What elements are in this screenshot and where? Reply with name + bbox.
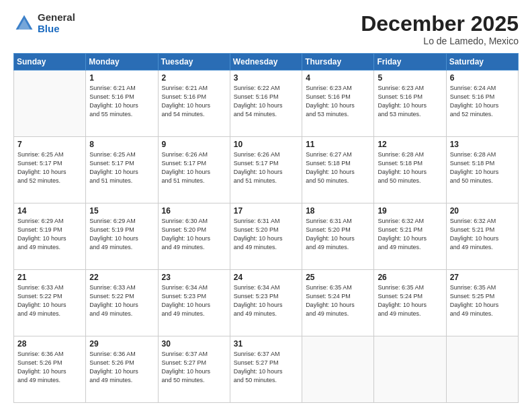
calendar-cell: 24Sunrise: 6:34 AM Sunset: 5:23 PM Dayli… [230,270,302,336]
day-info: Sunrise: 6:27 AM Sunset: 5:18 PM Dayligh… [306,150,370,185]
calendar-cell [14,71,86,137]
logo-icon [13,13,35,34]
day-info: Sunrise: 6:23 AM Sunset: 5:16 PM Dayligh… [306,84,370,119]
day-number: 12 [378,140,442,149]
day-number: 26 [378,273,442,282]
calendar-week-2: 14Sunrise: 6:29 AM Sunset: 5:19 PM Dayli… [14,203,519,270]
weekday-header-friday: Friday [374,54,446,71]
day-number: 30 [162,339,226,349]
day-number: 27 [450,273,515,282]
day-number: 24 [234,273,298,282]
day-number: 6 [450,73,515,83]
day-number: 22 [89,273,154,282]
day-number: 2 [162,73,226,83]
logo: General Blue [13,12,75,34]
day-number: 29 [89,339,154,349]
calendar-table: SundayMondayTuesdayWednesdayThursdayFrid… [13,53,519,403]
day-info: Sunrise: 6:23 AM Sunset: 5:16 PM Dayligh… [378,84,442,119]
day-number: 21 [17,273,82,282]
calendar-cell: 26Sunrise: 6:35 AM Sunset: 5:24 PM Dayli… [374,270,446,336]
location: Lo de Lamedo, Mexico [361,36,519,46]
day-info: Sunrise: 6:22 AM Sunset: 5:16 PM Dayligh… [234,84,298,119]
logo-general: General [38,12,75,24]
day-number: 25 [306,273,370,282]
calendar-cell: 9Sunrise: 6:26 AM Sunset: 5:17 PM Daylig… [158,137,230,203]
calendar-cell: 18Sunrise: 6:31 AM Sunset: 5:20 PM Dayli… [302,203,374,270]
calendar-cell: 12Sunrise: 6:28 AM Sunset: 5:18 PM Dayli… [374,137,446,203]
calendar-cell: 6Sunrise: 6:24 AM Sunset: 5:16 PM Daylig… [446,71,518,137]
calendar-header-row: SundayMondayTuesdayWednesdayThursdayFrid… [14,54,519,71]
day-number: 13 [450,140,515,149]
header: General Blue December 2025 Lo de Lamedo,… [13,12,519,46]
calendar-cell: 10Sunrise: 6:26 AM Sunset: 5:17 PM Dayli… [230,137,302,203]
day-info: Sunrise: 6:34 AM Sunset: 5:23 PM Dayligh… [234,283,298,318]
day-number: 7 [17,140,82,149]
calendar-cell: 13Sunrise: 6:28 AM Sunset: 5:18 PM Dayli… [446,137,518,203]
calendar-cell: 15Sunrise: 6:29 AM Sunset: 5:19 PM Dayli… [86,203,158,270]
calendar-cell: 28Sunrise: 6:36 AM Sunset: 5:26 PM Dayli… [14,336,86,403]
day-number: 5 [378,73,442,83]
weekday-header-sunday: Sunday [14,54,86,71]
day-info: Sunrise: 6:26 AM Sunset: 5:17 PM Dayligh… [162,150,226,185]
calendar-cell: 2Sunrise: 6:21 AM Sunset: 5:16 PM Daylig… [158,71,230,137]
day-info: Sunrise: 6:37 AM Sunset: 5:27 PM Dayligh… [234,350,298,385]
calendar-cell: 19Sunrise: 6:32 AM Sunset: 5:21 PM Dayli… [374,203,446,270]
day-number: 18 [306,206,370,216]
calendar-cell: 27Sunrise: 6:35 AM Sunset: 5:25 PM Dayli… [446,270,518,336]
day-info: Sunrise: 6:36 AM Sunset: 5:26 PM Dayligh… [89,350,154,385]
day-info: Sunrise: 6:32 AM Sunset: 5:21 PM Dayligh… [450,217,515,252]
calendar-week-0: 1Sunrise: 6:21 AM Sunset: 5:16 PM Daylig… [14,71,519,137]
calendar-cell: 29Sunrise: 6:36 AM Sunset: 5:26 PM Dayli… [86,336,158,403]
weekday-header-monday: Monday [86,54,158,71]
day-info: Sunrise: 6:33 AM Sunset: 5:22 PM Dayligh… [17,283,82,318]
day-number: 15 [89,206,154,216]
calendar-cell: 21Sunrise: 6:33 AM Sunset: 5:22 PM Dayli… [14,270,86,336]
day-info: Sunrise: 6:33 AM Sunset: 5:22 PM Dayligh… [89,283,154,318]
calendar-cell: 20Sunrise: 6:32 AM Sunset: 5:21 PM Dayli… [446,203,518,270]
day-info: Sunrise: 6:35 AM Sunset: 5:24 PM Dayligh… [378,283,442,318]
day-info: Sunrise: 6:26 AM Sunset: 5:17 PM Dayligh… [234,150,298,185]
day-info: Sunrise: 6:29 AM Sunset: 5:19 PM Dayligh… [89,217,154,252]
day-info: Sunrise: 6:21 AM Sunset: 5:16 PM Dayligh… [89,84,154,119]
day-info: Sunrise: 6:25 AM Sunset: 5:17 PM Dayligh… [17,150,82,185]
day-info: Sunrise: 6:31 AM Sunset: 5:20 PM Dayligh… [306,217,370,252]
day-number: 28 [17,339,82,349]
calendar-cell: 23Sunrise: 6:34 AM Sunset: 5:23 PM Dayli… [158,270,230,336]
day-number: 17 [234,206,298,216]
calendar-cell: 7Sunrise: 6:25 AM Sunset: 5:17 PM Daylig… [14,137,86,203]
day-info: Sunrise: 6:25 AM Sunset: 5:17 PM Dayligh… [89,150,154,185]
day-number: 31 [234,339,298,349]
day-info: Sunrise: 6:21 AM Sunset: 5:16 PM Dayligh… [162,84,226,119]
calendar-cell: 3Sunrise: 6:22 AM Sunset: 5:16 PM Daylig… [230,71,302,137]
day-number: 11 [306,140,370,149]
day-number: 19 [378,206,442,216]
calendar-cell: 16Sunrise: 6:30 AM Sunset: 5:20 PM Dayli… [158,203,230,270]
day-info: Sunrise: 6:34 AM Sunset: 5:23 PM Dayligh… [162,283,226,318]
day-info: Sunrise: 6:31 AM Sunset: 5:20 PM Dayligh… [234,217,298,252]
calendar-cell: 31Sunrise: 6:37 AM Sunset: 5:27 PM Dayli… [230,336,302,403]
weekday-header-saturday: Saturday [446,54,518,71]
day-info: Sunrise: 6:37 AM Sunset: 5:27 PM Dayligh… [162,350,226,385]
title-block: December 2025 Lo de Lamedo, Mexico [361,12,519,46]
calendar-cell: 5Sunrise: 6:23 AM Sunset: 5:16 PM Daylig… [374,71,446,137]
day-info: Sunrise: 6:35 AM Sunset: 5:25 PM Dayligh… [450,283,515,318]
day-number: 1 [89,73,154,83]
day-number: 4 [306,73,370,83]
day-number: 9 [162,140,226,149]
weekday-header-wednesday: Wednesday [230,54,302,71]
day-number: 14 [17,206,82,216]
calendar-cell: 22Sunrise: 6:33 AM Sunset: 5:22 PM Dayli… [86,270,158,336]
calendar-cell: 25Sunrise: 6:35 AM Sunset: 5:24 PM Dayli… [302,270,374,336]
day-number: 20 [450,206,515,216]
month-title: December 2025 [361,12,519,36]
day-info: Sunrise: 6:29 AM Sunset: 5:19 PM Dayligh… [17,217,82,252]
calendar-cell: 8Sunrise: 6:25 AM Sunset: 5:17 PM Daylig… [86,137,158,203]
day-info: Sunrise: 6:28 AM Sunset: 5:18 PM Dayligh… [378,150,442,185]
calendar-cell: 17Sunrise: 6:31 AM Sunset: 5:20 PM Dayli… [230,203,302,270]
calendar-week-1: 7Sunrise: 6:25 AM Sunset: 5:17 PM Daylig… [14,137,519,203]
weekday-header-tuesday: Tuesday [158,54,230,71]
day-number: 23 [162,273,226,282]
calendar-cell: 11Sunrise: 6:27 AM Sunset: 5:18 PM Dayli… [302,137,374,203]
calendar-cell: 4Sunrise: 6:23 AM Sunset: 5:16 PM Daylig… [302,71,374,137]
calendar-cell: 1Sunrise: 6:21 AM Sunset: 5:16 PM Daylig… [86,71,158,137]
